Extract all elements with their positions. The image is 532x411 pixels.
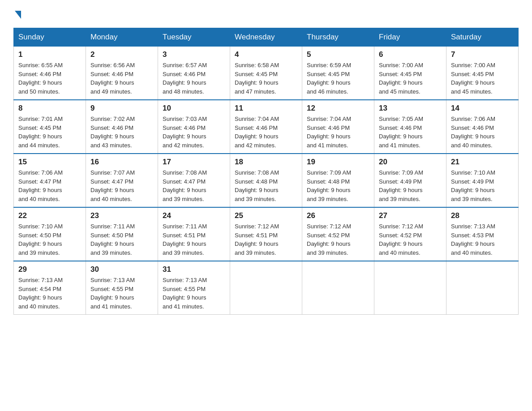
calendar-cell: 27 Sunrise: 7:12 AMSunset: 4:52 PMDaylig… (374, 207, 446, 261)
weekday-header-friday: Friday (374, 28, 446, 47)
calendar-cell (230, 261, 302, 315)
weekday-header-sunday: Sunday (14, 28, 86, 47)
day-info: Sunrise: 7:09 AMSunset: 4:49 PMDaylight:… (379, 169, 423, 202)
calendar-cell (374, 261, 446, 315)
weekday-header-saturday: Saturday (446, 28, 519, 47)
day-info: Sunrise: 7:12 AMSunset: 4:51 PMDaylight:… (235, 223, 279, 256)
day-info: Sunrise: 7:12 AMSunset: 4:52 PMDaylight:… (307, 223, 351, 256)
day-info: Sunrise: 7:10 AMSunset: 4:50 PMDaylight:… (18, 223, 63, 256)
day-number: 30 (90, 265, 153, 274)
day-info: Sunrise: 7:03 AMSunset: 4:46 PMDaylight:… (163, 116, 207, 149)
calendar-week-row: 22 Sunrise: 7:10 AMSunset: 4:50 PMDaylig… (14, 207, 519, 261)
day-info: Sunrise: 7:02 AMSunset: 4:46 PMDaylight:… (90, 116, 135, 149)
day-info: Sunrise: 6:55 AMSunset: 4:46 PMDaylight:… (18, 62, 63, 95)
calendar-week-row: 1 Sunrise: 6:55 AMSunset: 4:46 PMDayligh… (14, 47, 519, 100)
calendar-cell: 12 Sunrise: 7:04 AMSunset: 4:46 PMDaylig… (302, 100, 374, 154)
day-info: Sunrise: 7:09 AMSunset: 4:48 PMDaylight:… (307, 169, 351, 202)
day-number: 10 (163, 104, 225, 113)
calendar-cell: 9 Sunrise: 7:02 AMSunset: 4:46 PMDayligh… (86, 100, 158, 154)
calendar-cell: 16 Sunrise: 7:07 AMSunset: 4:47 PMDaylig… (86, 154, 158, 207)
calendar-cell: 4 Sunrise: 6:58 AMSunset: 4:45 PMDayligh… (230, 47, 302, 100)
day-info: Sunrise: 7:13 AMSunset: 4:55 PMDaylight:… (163, 277, 207, 310)
day-number: 26 (307, 211, 369, 220)
day-info: Sunrise: 6:56 AMSunset: 4:46 PMDaylight:… (90, 62, 135, 95)
calendar-week-row: 29 Sunrise: 7:13 AMSunset: 4:54 PMDaylig… (14, 261, 519, 315)
calendar-cell: 30 Sunrise: 7:13 AMSunset: 4:55 PMDaylig… (86, 261, 158, 315)
day-info: Sunrise: 7:05 AMSunset: 4:46 PMDaylight:… (379, 116, 423, 149)
day-number: 19 (307, 158, 369, 167)
day-info: Sunrise: 7:07 AMSunset: 4:47 PMDaylight:… (90, 169, 135, 202)
day-number: 6 (379, 50, 442, 59)
day-number: 9 (90, 104, 153, 113)
calendar-cell (446, 261, 519, 315)
day-info: Sunrise: 7:11 AMSunset: 4:51 PMDaylight:… (163, 223, 207, 256)
calendar-cell: 6 Sunrise: 7:00 AMSunset: 4:45 PMDayligh… (374, 47, 446, 100)
day-number: 13 (379, 104, 442, 113)
day-number: 18 (235, 158, 297, 167)
day-info: Sunrise: 7:00 AMSunset: 4:45 PMDaylight:… (451, 62, 495, 95)
day-number: 1 (18, 50, 81, 59)
calendar-cell: 29 Sunrise: 7:13 AMSunset: 4:54 PMDaylig… (14, 261, 86, 315)
day-number: 28 (451, 211, 514, 220)
day-number: 21 (451, 158, 514, 167)
day-number: 15 (18, 158, 81, 167)
day-number: 25 (235, 211, 297, 220)
calendar-cell: 13 Sunrise: 7:05 AMSunset: 4:46 PMDaylig… (374, 100, 446, 154)
calendar-cell: 22 Sunrise: 7:10 AMSunset: 4:50 PMDaylig… (14, 207, 86, 261)
day-number: 29 (18, 265, 81, 274)
calendar-cell: 19 Sunrise: 7:09 AMSunset: 4:48 PMDaylig… (302, 154, 374, 207)
weekday-header-thursday: Thursday (302, 28, 374, 47)
day-info: Sunrise: 6:58 AMSunset: 4:45 PMDaylight:… (235, 62, 279, 95)
day-number: 5 (307, 50, 369, 59)
day-number: 2 (90, 50, 153, 59)
day-number: 24 (163, 211, 225, 220)
day-info: Sunrise: 7:13 AMSunset: 4:54 PMDaylight:… (18, 277, 63, 310)
day-number: 23 (90, 211, 153, 220)
day-info: Sunrise: 7:08 AMSunset: 4:48 PMDaylight:… (235, 169, 279, 202)
calendar-cell: 20 Sunrise: 7:09 AMSunset: 4:49 PMDaylig… (374, 154, 446, 207)
calendar-cell: 31 Sunrise: 7:13 AMSunset: 4:55 PMDaylig… (158, 261, 230, 315)
day-info: Sunrise: 7:01 AMSunset: 4:45 PMDaylight:… (18, 116, 63, 149)
calendar-week-row: 15 Sunrise: 7:06 AMSunset: 4:47 PMDaylig… (14, 154, 519, 207)
calendar-cell: 11 Sunrise: 7:04 AMSunset: 4:46 PMDaylig… (230, 100, 302, 154)
calendar-cell: 26 Sunrise: 7:12 AMSunset: 4:52 PMDaylig… (302, 207, 374, 261)
day-number: 4 (235, 50, 297, 59)
calendar-cell: 28 Sunrise: 7:13 AMSunset: 4:53 PMDaylig… (446, 207, 519, 261)
calendar-cell: 5 Sunrise: 6:59 AMSunset: 4:45 PMDayligh… (302, 47, 374, 100)
day-number: 31 (163, 265, 225, 274)
calendar-cell: 14 Sunrise: 7:06 AMSunset: 4:46 PMDaylig… (446, 100, 519, 154)
calendar-cell: 3 Sunrise: 6:57 AMSunset: 4:46 PMDayligh… (158, 47, 230, 100)
logo-arrow-icon (15, 11, 21, 19)
day-info: Sunrise: 7:11 AMSunset: 4:50 PMDaylight:… (90, 223, 135, 256)
day-number: 22 (18, 211, 81, 220)
day-number: 12 (307, 104, 369, 113)
calendar-cell: 2 Sunrise: 6:56 AMSunset: 4:46 PMDayligh… (86, 47, 158, 100)
day-number: 7 (451, 50, 514, 59)
calendar-cell (302, 261, 374, 315)
day-info: Sunrise: 7:06 AMSunset: 4:46 PMDaylight:… (451, 116, 495, 149)
calendar-cell: 18 Sunrise: 7:08 AMSunset: 4:48 PMDaylig… (230, 154, 302, 207)
day-info: Sunrise: 7:13 AMSunset: 4:55 PMDaylight:… (90, 277, 135, 310)
page-header (13, 9, 519, 19)
day-info: Sunrise: 7:00 AMSunset: 4:45 PMDaylight:… (379, 62, 423, 95)
day-info: Sunrise: 7:12 AMSunset: 4:52 PMDaylight:… (379, 223, 423, 256)
calendar-cell: 15 Sunrise: 7:06 AMSunset: 4:47 PMDaylig… (14, 154, 86, 207)
day-info: Sunrise: 7:08 AMSunset: 4:47 PMDaylight:… (163, 169, 207, 202)
day-info: Sunrise: 7:06 AMSunset: 4:47 PMDaylight:… (18, 169, 63, 202)
day-info: Sunrise: 6:59 AMSunset: 4:45 PMDaylight:… (307, 62, 351, 95)
day-number: 20 (379, 158, 442, 167)
calendar-cell: 10 Sunrise: 7:03 AMSunset: 4:46 PMDaylig… (158, 100, 230, 154)
day-info: Sunrise: 6:57 AMSunset: 4:46 PMDaylight:… (163, 62, 207, 95)
day-number: 3 (163, 50, 225, 59)
calendar-cell: 24 Sunrise: 7:11 AMSunset: 4:51 PMDaylig… (158, 207, 230, 261)
calendar-cell: 1 Sunrise: 6:55 AMSunset: 4:46 PMDayligh… (14, 47, 86, 100)
calendar-cell: 7 Sunrise: 7:00 AMSunset: 4:45 PMDayligh… (446, 47, 519, 100)
calendar-cell: 21 Sunrise: 7:10 AMSunset: 4:49 PMDaylig… (446, 154, 519, 207)
weekday-header-monday: Monday (86, 28, 158, 47)
calendar-week-row: 8 Sunrise: 7:01 AMSunset: 4:45 PMDayligh… (14, 100, 519, 154)
day-number: 16 (90, 158, 153, 167)
day-number: 14 (451, 104, 514, 113)
day-number: 17 (163, 158, 225, 167)
calendar-header-row: SundayMondayTuesdayWednesdayThursdayFrid… (14, 28, 519, 47)
calendar-cell: 25 Sunrise: 7:12 AMSunset: 4:51 PMDaylig… (230, 207, 302, 261)
